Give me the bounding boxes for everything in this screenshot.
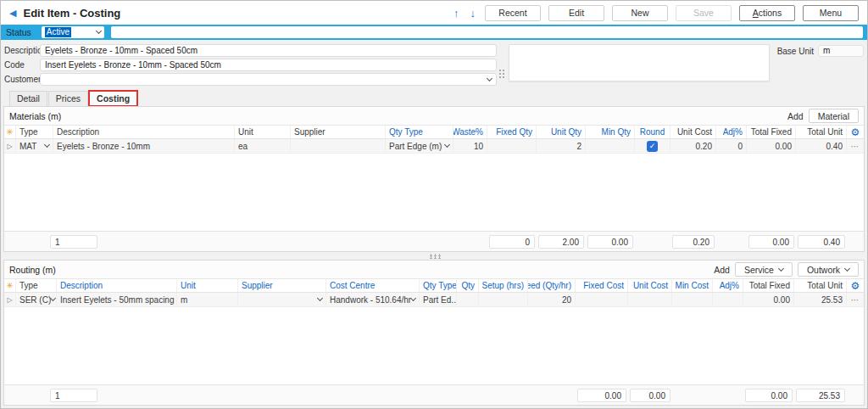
routing-row-type-dropdown[interactable]: SER (C) (16, 293, 57, 306)
routing-row-cost-centre-dropdown[interactable]: Handwork - 510.64/hr - Active (326, 293, 420, 306)
materials-row-waste[interactable]: 10 (453, 139, 487, 153)
materials-row-adj[interactable]: 0 (716, 139, 747, 153)
toolbar-buttons: ↑ ↓ Recent Edit New Save Actions Menu (452, 5, 859, 21)
routing-col-qty[interactable]: Qty (457, 279, 479, 292)
menu-button[interactable]: Menu (803, 5, 859, 21)
materials-row-description[interactable]: Eyelets - Bronze - 10mm (53, 139, 235, 153)
routing-row-qty[interactable] (457, 293, 479, 306)
materials-col-unit-qty[interactable]: Unit Qty (537, 126, 586, 138)
routing-col-setup[interactable]: Setup (hrs) (479, 279, 528, 292)
routing-col-cost-centre[interactable]: Cost Centre (326, 279, 420, 292)
actions-button[interactable]: Actions (739, 5, 795, 21)
materials-col-qty-type[interactable]: Qty Type (386, 126, 453, 138)
status-dropdown[interactable]: Active (42, 26, 104, 38)
routing-row: ▷ SER (C) Insert Eyelets - 50mm spacing … (4, 293, 864, 307)
materials-row-supplier[interactable] (291, 139, 386, 153)
gear-icon[interactable]: ⚙ (851, 126, 860, 138)
routing-row-unit[interactable]: m (177, 293, 238, 306)
tab-detail[interactable]: Detail (9, 91, 47, 106)
routing-row-count: 1 (50, 389, 97, 402)
base-unit-label: Base Unit (777, 47, 814, 56)
row-menu-icon[interactable]: ⋯ (851, 142, 860, 151)
routing-row-fixed-cost[interactable] (576, 293, 628, 306)
edit-button[interactable]: Edit (548, 5, 604, 21)
routing-row-total-fixed[interactable]: 0.00 (743, 293, 794, 306)
materials-col-unit[interactable]: Unit (235, 126, 291, 138)
add-outwork-button[interactable]: Outwork (798, 262, 859, 277)
row-expand-icon[interactable]: ▷ (7, 296, 12, 304)
down-arrow-icon[interactable]: ↓ (469, 7, 478, 20)
materials-total-min-qty: 0.00 (587, 235, 633, 249)
materials-col-total-fixed[interactable]: Total Fixed (747, 126, 796, 138)
routing-col-unit[interactable]: Unit (177, 279, 238, 292)
routing-col-total-fixed[interactable]: Total Fixed (743, 279, 794, 292)
materials-row-fixed-qty[interactable] (487, 139, 537, 153)
materials-col-unit-cost[interactable]: Unit Cost (670, 126, 716, 138)
materials-col-description[interactable]: Description (53, 126, 235, 138)
routing-row-adj[interactable] (713, 293, 743, 306)
tab-prices[interactable]: Prices (48, 91, 88, 106)
routing-row-qty-type-dropdown[interactable]: Part Ed... (420, 293, 457, 306)
materials-col-type[interactable]: Type (16, 126, 53, 138)
materials-row-min-qty[interactable] (586, 139, 635, 153)
routing-col-unit-cost[interactable]: Unit Cost (628, 279, 672, 292)
save-button[interactable]: Save (676, 5, 732, 21)
routing-row-supplier-dropdown[interactable] (238, 293, 326, 306)
materials-col-round[interactable]: Round (635, 126, 670, 138)
round-checkbox[interactable]: ✓ (647, 141, 658, 152)
routing-col-type[interactable]: Type (16, 279, 57, 292)
routing-row-description[interactable]: Insert Eyelets - 50mm spacing (57, 293, 177, 306)
up-arrow-icon[interactable]: ↑ (452, 7, 461, 20)
base-unit-field[interactable]: m (818, 45, 864, 57)
notes-textarea[interactable] (509, 44, 769, 81)
routing-col-description[interactable]: Description (57, 279, 177, 292)
vertical-grip-handle[interactable] (498, 68, 504, 78)
materials-row-unit-cost[interactable]: 0.20 (670, 139, 716, 153)
chevron-down-icon (50, 295, 56, 301)
routing-row-total-unit[interactable]: 25.53 (794, 293, 847, 306)
routing-col-adj[interactable]: Adj% (713, 279, 743, 292)
routing-row-min-cost[interactable] (672, 293, 713, 306)
code-field[interactable]: Insert Eyelets - Bronze - 10mm - Spaced … (40, 59, 497, 71)
materials-col-total-unit[interactable]: Total Unit (796, 126, 847, 138)
routing-totals-row: 1 0.00 0.00 0.00 25.53 (4, 384, 864, 405)
routing-title: Routing (m) (9, 265, 56, 275)
recent-button[interactable]: Recent (485, 5, 541, 21)
routing-row-setup[interactable] (479, 293, 528, 306)
back-icon[interactable]: ◀ (9, 8, 16, 19)
top-toolbar: ◀ Edit Item - Costing ↑ ↓ Recent Edit Ne… (1, 1, 867, 25)
row-menu-icon[interactable]: ⋯ (851, 295, 860, 305)
tab-costing[interactable]: Costing (89, 91, 137, 106)
materials-row-type-dropdown[interactable]: MAT (16, 139, 53, 153)
row-expand-icon[interactable]: ▷ (7, 143, 12, 150)
routing-col-min-cost[interactable]: Min Cost (672, 279, 713, 292)
materials-row-qty-type-dropdown[interactable]: Part Edge (m) (386, 139, 453, 153)
routing-col-qty-type[interactable]: Qty Type (420, 279, 457, 292)
chevron-down-icon (844, 265, 850, 271)
status-bar-input[interactable] (111, 26, 863, 38)
routing-col-speed[interactable]: Speed (Qty/hr) (528, 279, 576, 292)
routing-row-unit-cost[interactable] (628, 293, 672, 306)
routing-col-fixed-cost[interactable]: Fixed Cost (576, 279, 628, 292)
materials-col-supplier[interactable]: Supplier (291, 126, 386, 138)
materials-row-count: 1 (50, 235, 97, 249)
materials-row-unit[interactable]: ea (235, 139, 291, 153)
add-service-button[interactable]: Service (735, 262, 793, 277)
materials-col-min-qty[interactable]: Min Qty (586, 126, 635, 138)
materials-col-fixed-qty[interactable]: Fixed Qty (487, 126, 537, 138)
materials-row-total-unit[interactable]: 0.40 (796, 139, 847, 153)
routing-col-total-unit[interactable]: Total Unit (794, 279, 847, 292)
new-button[interactable]: New (612, 5, 668, 21)
add-material-button[interactable]: Material (809, 109, 859, 123)
gear-icon[interactable]: ⚙ (851, 280, 860, 292)
panel-splitter[interactable] (1, 252, 867, 260)
customer-dropdown[interactable] (40, 73, 497, 86)
materials-row-total-fixed[interactable]: 0.00 (747, 139, 796, 153)
routing-row-speed[interactable]: 20 (528, 293, 576, 306)
materials-row-unit-qty[interactable]: 2 (537, 139, 586, 153)
materials-col-waste[interactable]: Waste% (453, 126, 487, 138)
materials-col-adj[interactable]: Adj% (716, 126, 747, 138)
description-field[interactable]: Eyelets - Bronze - 10mm - Spaced 50cm (40, 44, 497, 57)
routing-panel: Routing (m) Add Service Outwork ✳ Type D… (3, 260, 865, 406)
routing-col-supplier[interactable]: Supplier (238, 279, 326, 292)
